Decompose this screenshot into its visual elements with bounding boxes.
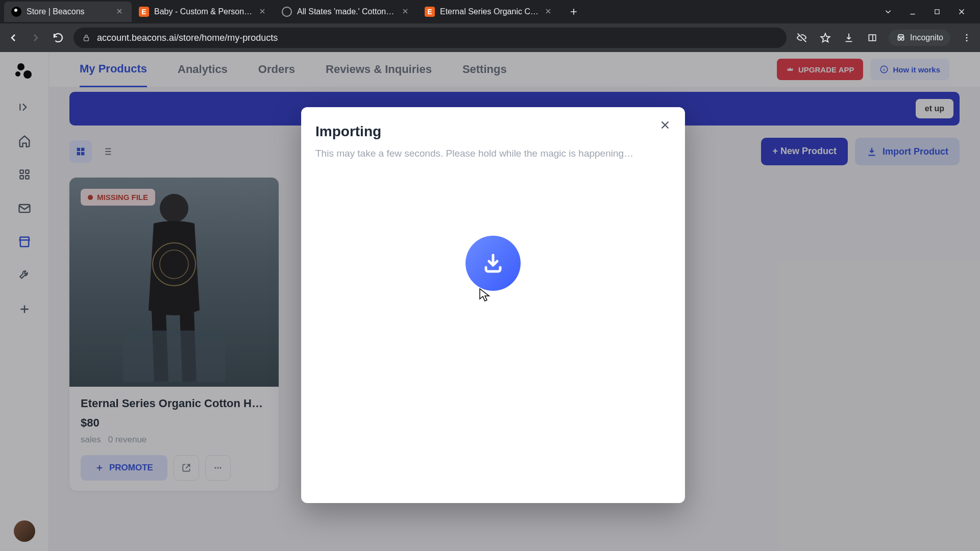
close-icon[interactable] xyxy=(401,7,410,16)
svg-point-4 xyxy=(901,38,904,40)
tab-eternal-series[interactable]: E Eternal Series Organic Cotton Ho xyxy=(418,2,560,22)
svg-point-6 xyxy=(966,37,968,39)
nav-right: Incognito xyxy=(795,30,974,46)
nav-bar: account.beacons.ai/store/home/my-product… xyxy=(0,23,980,52)
download-icon[interactable] xyxy=(842,31,856,45)
tab-store-beacons[interactable]: Store | Beacons xyxy=(4,2,132,22)
close-icon[interactable] xyxy=(115,7,125,16)
svg-rect-0 xyxy=(935,10,939,14)
chevron-down-icon[interactable] xyxy=(882,6,894,18)
app: My Products Analytics Orders Reviews & I… xyxy=(0,52,980,551)
back-button[interactable] xyxy=(6,31,20,45)
new-tab-button[interactable] xyxy=(565,3,583,21)
close-icon[interactable] xyxy=(544,7,553,16)
importing-modal: Importing This may take a few seconds. P… xyxy=(301,107,685,503)
tab-all-states[interactable]: All States 'made.' Cotton Baby O xyxy=(275,2,418,22)
panel-icon[interactable] xyxy=(865,31,879,45)
close-modal-button[interactable] xyxy=(658,118,673,133)
incognito-icon xyxy=(896,33,906,43)
menu-icon[interactable] xyxy=(960,31,974,45)
etsy-favicon-icon: E xyxy=(425,7,435,17)
incognito-badge[interactable]: Incognito xyxy=(889,30,950,46)
svg-point-5 xyxy=(966,34,968,36)
svg-point-7 xyxy=(966,40,968,41)
tab-title: Baby - Custom & Personalised - xyxy=(154,7,253,16)
close-icon[interactable] xyxy=(258,7,267,16)
url-text: account.beacons.ai/store/home/my-product… xyxy=(97,33,778,43)
beacons-favicon-icon xyxy=(11,7,21,17)
window-controls xyxy=(882,6,976,18)
maximize-icon[interactable] xyxy=(931,6,943,18)
svg-point-3 xyxy=(898,38,900,40)
modal-title: Importing xyxy=(315,123,671,140)
close-window-icon[interactable] xyxy=(955,6,968,18)
incognito-label: Incognito xyxy=(910,33,943,42)
etsy-favicon-icon: E xyxy=(139,7,149,17)
tab-title: Eternal Series Organic Cotton Ho xyxy=(440,7,539,16)
url-bar[interactable]: account.beacons.ai/store/home/my-product… xyxy=(74,28,787,48)
tab-baby-custom[interactable]: E Baby - Custom & Personalised - xyxy=(132,2,275,22)
minimize-icon[interactable] xyxy=(906,6,919,18)
browser-chrome: Store | Beacons E Baby - Custom & Person… xyxy=(0,0,980,52)
svg-rect-1 xyxy=(84,37,89,41)
import-progress-icon xyxy=(465,236,521,291)
tab-title: All States 'made.' Cotton Baby O xyxy=(297,7,396,16)
forward-button[interactable] xyxy=(29,31,43,45)
tab-title: Store | Beacons xyxy=(27,7,110,16)
tab-bar: Store | Beacons E Baby - Custom & Person… xyxy=(0,0,980,23)
star-icon[interactable] xyxy=(818,31,832,45)
globe-favicon-icon xyxy=(282,7,292,17)
modal-subtitle: This may take a few seconds. Please hold… xyxy=(315,148,671,159)
eye-off-icon[interactable] xyxy=(795,31,809,45)
lock-icon xyxy=(82,33,91,42)
reload-button[interactable] xyxy=(51,31,65,45)
